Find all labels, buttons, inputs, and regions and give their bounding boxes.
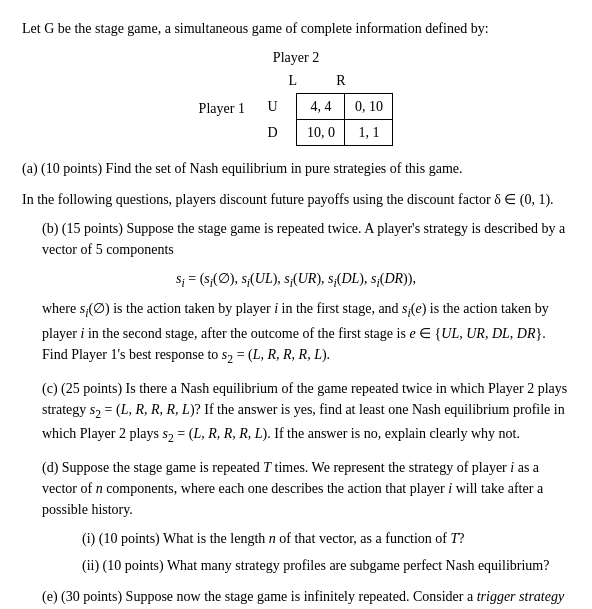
section-c: (c) (25 points) Is there a Nash equilibr… [22,378,570,448]
col-header-R: R [317,70,365,91]
intro-text: Let G be the stage game, a simultaneous … [22,18,570,39]
part-d-i-text: (i) (10 points) What is the length n of … [82,528,570,549]
part-b-text: (b) (15 points) Suppose the stage game i… [42,218,570,260]
cell-DL: 10, 0 [297,120,345,146]
game-table-section: Player 2 Player 1 L R U 4, 4 0, 10 D [22,47,570,146]
main-content: Let G be the stage game, a simultaneous … [22,18,570,609]
part-e-text: (e) (30 points) Suppose now the stage ga… [42,586,570,609]
part-b-formula: si = (si(∅), si(UL), si(UR), si(DL), si(… [22,268,570,292]
part-d-sub: (i) (10 points) What is the length n of … [62,528,570,576]
row-label-D: D [249,120,297,146]
cell-UR: 0, 10 [345,94,393,120]
part-d-ii-text: (ii) (10 points) What many strategy prof… [82,555,570,576]
section-a: (a) (10 points) Find the set of Nash equ… [22,158,570,179]
part-b-cont-text: where si(∅) is the action taken by playe… [42,298,570,368]
part-b-discount: In the following questions, players disc… [22,189,570,210]
row-label-U: U [249,94,297,120]
col-header-L: L [269,70,317,91]
cell-UL: 4, 4 [297,94,345,120]
section-b: In the following questions, players disc… [22,189,570,368]
player2-label: Player 2 [273,47,319,68]
player1-label: Player 1 [199,98,245,119]
part-d-intro-text: (d) Suppose the stage game is repeated T… [42,457,570,520]
section-e: (e) (30 points) Suppose now the stage ga… [22,586,570,609]
payoff-table: U 4, 4 0, 10 D 10, 0 1, 1 [249,93,394,146]
cell-DR: 1, 1 [345,120,393,146]
section-d: (d) Suppose the stage game is repeated T… [22,457,570,576]
part-a-text: (a) (10 points) Find the set of Nash equ… [22,158,570,179]
part-c-text: (c) (25 points) Is there a Nash equilibr… [42,378,570,448]
